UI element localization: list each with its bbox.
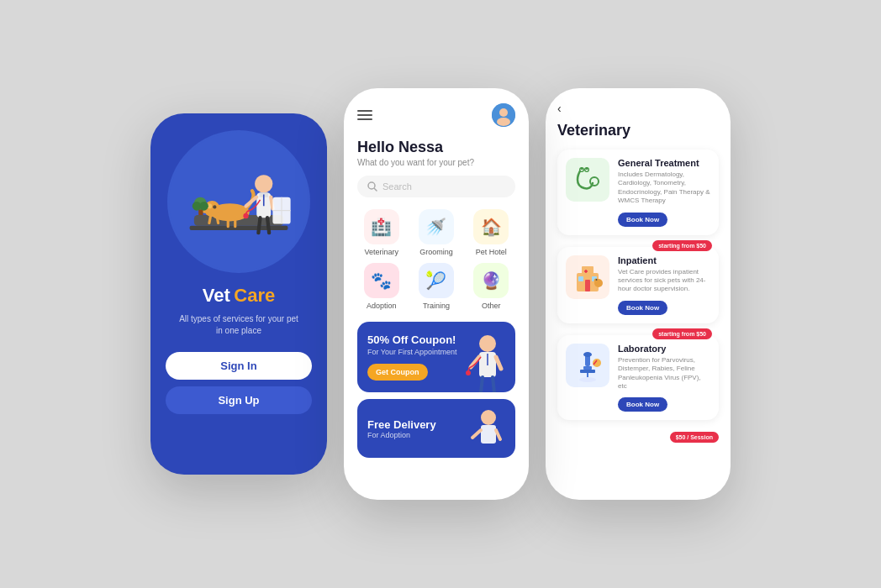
- service-label-veterinary: Veterinary: [364, 248, 398, 256]
- back-button[interactable]: ‹: [557, 102, 719, 115]
- home-header: [357, 103, 515, 127]
- svg-line-44: [496, 430, 500, 439]
- microscope-icon: [570, 348, 605, 383]
- service-icon-training: 🎾: [419, 263, 454, 298]
- laboratory-desc: Prevention for Parvovirus, Distemper, Ra…: [618, 356, 710, 391]
- service-adoption[interactable]: 🐾 Adoption: [357, 263, 405, 310]
- svg-point-61: [596, 279, 598, 281]
- brand: Vet Care: [203, 285, 275, 307]
- general-treatment-title: General Treatment: [618, 158, 710, 168]
- svg-rect-64: [583, 366, 592, 370]
- svg-rect-53: [582, 266, 593, 275]
- general-treatment-body: General Treatment Includes Dermatology, …: [618, 158, 710, 227]
- svg-rect-55: [578, 276, 583, 281]
- svg-point-41: [481, 410, 496, 425]
- service-pet-hotel[interactable]: 🏠 Pet Hotel: [467, 209, 515, 256]
- greeting-sub: What do you want for your pet?: [357, 158, 515, 167]
- svg-rect-54: [585, 280, 590, 291]
- svg-line-19: [267, 218, 269, 233]
- general-treatment-card: General Treatment Includes Dermatology, …: [557, 150, 719, 235]
- phone-veterinary: ‹ Veterinary: [546, 88, 731, 500]
- svg-line-9: [216, 213, 218, 223]
- laboratory-body: Laboratory Prevention for Parvovirus, Di…: [618, 344, 710, 412]
- coupon-sub: For Your First Appointment: [367, 348, 457, 356]
- laboratory-card: starting from $50 Laboratory: [557, 335, 719, 421]
- laboratory-book-button[interactable]: Book Now: [618, 397, 667, 412]
- svg-point-66: [579, 377, 596, 382]
- inpatient-desc: Vet Care provides inpatient services for…: [618, 268, 710, 294]
- phone-home: Hello Nessa What do you want for your pe…: [344, 88, 529, 500]
- general-treatment-desc: Includes Dermatology, Cardiology, Tonome…: [618, 171, 710, 206]
- service-other[interactable]: 🔮 Other: [467, 263, 515, 310]
- svg-point-40: [466, 370, 471, 375]
- svg-point-31: [368, 182, 375, 189]
- inpatient-title: Inpatient: [618, 255, 710, 265]
- phones-container: Vet Care All types of services for your …: [150, 88, 731, 500]
- avatar[interactable]: [492, 103, 515, 127]
- svg-point-20: [243, 213, 248, 218]
- greeting-title: Hello Nessa: [357, 139, 515, 156]
- svg-rect-65: [580, 370, 595, 373]
- veterinary-title: Veterinary: [557, 122, 719, 139]
- laboratory-image: [566, 344, 609, 387]
- service-training[interactable]: 🎾 Training: [412, 263, 460, 310]
- services-grid: 🏥 Veterinary 🚿 Grooming 🏠 Pet Hotel 🐾 Ad…: [357, 209, 515, 310]
- phone-login: Vet Care All types of services for your …: [150, 113, 327, 475]
- service-icon-other: 🔮: [473, 263, 509, 298]
- svg-line-39: [493, 377, 494, 392]
- free-delivery-banner: Free Delivery For Adoption: [357, 399, 515, 458]
- inpatient-image: [566, 255, 609, 299]
- free-delivery-title: Free Delivery: [367, 418, 436, 431]
- search-placeholder: Search: [382, 181, 412, 192]
- laboratory-price-badge: starting from $50: [652, 328, 712, 339]
- svg-point-29: [499, 108, 508, 117]
- brand-care: Care: [234, 285, 275, 306]
- svg-line-17: [271, 197, 272, 209]
- tagline: All types of services for your petin one…: [179, 313, 298, 337]
- search-bar[interactable]: Search: [357, 176, 515, 197]
- service-label-adoption: Adoption: [367, 302, 397, 310]
- coupon-doctor-figure: [462, 333, 509, 392]
- service-grooming[interactable]: 🚿 Grooming: [412, 209, 460, 256]
- svg-line-8: [209, 213, 211, 223]
- general-treatment-book-button[interactable]: Book Now: [618, 213, 667, 227]
- svg-point-68: [593, 359, 601, 367]
- coupon-banner: 50% Off Coupon! For Your First Appointme…: [357, 322, 515, 392]
- svg-point-33: [479, 335, 496, 352]
- service-label-training: Training: [423, 302, 450, 310]
- signin-button[interactable]: Sign In: [166, 352, 312, 380]
- login-illustration: [167, 130, 310, 273]
- svg-point-12: [255, 175, 272, 192]
- stethoscope-icon: [571, 163, 604, 197]
- building-icon: [570, 260, 605, 295]
- menu-button[interactable]: [357, 110, 372, 120]
- svg-line-37: [496, 357, 501, 369]
- service-icon-adoption: 🐾: [364, 263, 399, 298]
- service-veterinary[interactable]: 🏥 Veterinary: [357, 209, 405, 256]
- general-treatment-image: [566, 158, 609, 202]
- inpatient-card: starting from $50: [557, 247, 719, 323]
- service-label-pet-hotel: Pet Hotel: [476, 248, 507, 256]
- service-label-other: Other: [482, 302, 501, 310]
- svg-line-36: [471, 357, 479, 367]
- svg-point-7: [213, 205, 216, 208]
- svg-rect-2: [190, 226, 288, 230]
- service-icon-pet-hotel: 🏠: [473, 209, 509, 244]
- svg-point-63: [583, 352, 592, 357]
- svg-line-43: [472, 430, 481, 438]
- svg-line-38: [481, 377, 483, 392]
- service-label-grooming: Grooming: [419, 248, 453, 256]
- service-icon-grooming: 🚿: [419, 209, 454, 244]
- free-delivery-figure: [463, 407, 505, 449]
- bottom-price-badge: $50 / Session: [670, 432, 719, 443]
- inpatient-book-button[interactable]: Book Now: [618, 301, 667, 315]
- search-icon: [367, 181, 377, 192]
- inpatient-body: Inpatient Vet Care provides inpatient se…: [618, 255, 710, 315]
- get-coupon-button[interactable]: Get Coupon: [367, 364, 428, 381]
- svg-line-18: [258, 218, 260, 233]
- inpatient-price-badge: starting from $50: [652, 240, 712, 251]
- svg-line-32: [375, 189, 377, 192]
- free-delivery-sub: For Adoption: [367, 431, 436, 439]
- svg-rect-42: [481, 425, 496, 444]
- signup-button[interactable]: Sign Up: [166, 386, 312, 414]
